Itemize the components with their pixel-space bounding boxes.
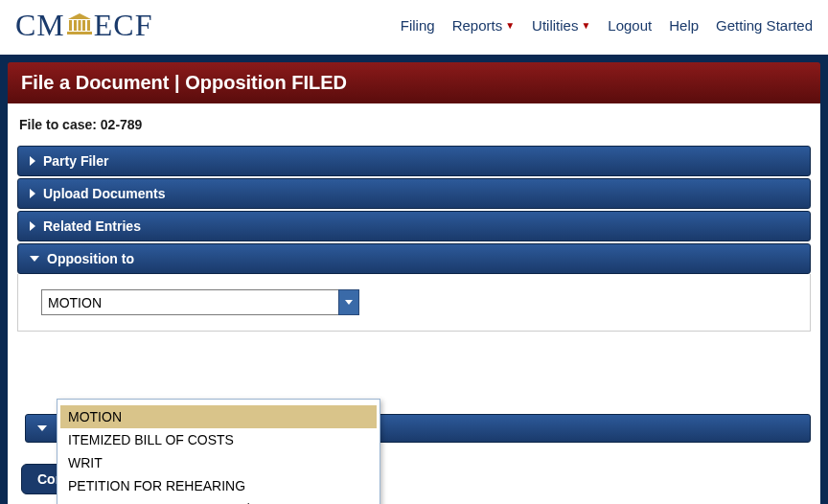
- svg-rect-4: [82, 20, 85, 31]
- accordion: Party Filer Upload Documents Related Ent…: [17, 146, 811, 332]
- case-line: File to case: 02-789: [19, 117, 811, 132]
- opposition-dropdown: MOTION ITEMIZED BILL OF COSTS WRIT PETIT…: [57, 399, 380, 504]
- case-label: File to case:: [19, 117, 101, 132]
- caret-down-icon: ▼: [581, 20, 590, 31]
- chevron-down-icon: [37, 425, 47, 431]
- dropdown-option-petition-enbanc[interactable]: PETITION FOR REHEARING/REHEARING EN BANC: [60, 497, 377, 504]
- svg-rect-6: [67, 32, 92, 34]
- nav-logout[interactable]: Logout: [608, 17, 652, 34]
- svg-rect-3: [78, 20, 80, 31]
- logo-text-right: ECF: [94, 8, 153, 43]
- svg-rect-1: [69, 20, 72, 31]
- nav-reports[interactable]: Reports▼: [452, 17, 515, 34]
- content-area: File to case: 02-789 Party Filer Upload …: [8, 103, 820, 504]
- accordion-label: Upload Documents: [43, 186, 166, 201]
- page-banner: File a Document | Opposition FILED: [8, 62, 820, 103]
- chevron-right-icon: [30, 156, 35, 166]
- svg-rect-2: [74, 20, 77, 31]
- accordion-related-entries[interactable]: Related Entries: [17, 211, 811, 241]
- accordion-label: Related Entries: [43, 218, 141, 234]
- opposition-select-input[interactable]: [41, 289, 359, 315]
- accordion-label: Party Filer: [43, 153, 108, 169]
- dropdown-option-petition-rehearing[interactable]: PETITION FOR REHEARING: [60, 474, 377, 497]
- nav-utilities[interactable]: Utilities▼: [532, 17, 590, 34]
- accordion-opposition-to[interactable]: Opposition to: [17, 243, 811, 274]
- courthouse-icon: [67, 8, 92, 43]
- nav-help[interactable]: Help: [669, 17, 699, 34]
- caret-down-icon: [345, 300, 353, 305]
- opposition-panel: [17, 274, 811, 332]
- svg-rect-5: [87, 20, 90, 31]
- chevron-right-icon: [30, 189, 35, 198]
- dropdown-option-writ[interactable]: WRIT: [60, 451, 377, 474]
- accordion-label: Opposition to: [47, 251, 134, 266]
- chevron-right-icon: [30, 221, 35, 231]
- dropdown-option-itemized[interactable]: ITEMIZED BILL OF COSTS: [60, 428, 377, 451]
- opposition-select-toggle[interactable]: [338, 289, 359, 315]
- accordion-upload-documents[interactable]: Upload Documents: [17, 178, 811, 209]
- nav-filing[interactable]: Filing: [401, 17, 435, 34]
- logo-text-left: CM: [15, 8, 65, 43]
- opposition-select[interactable]: [41, 289, 359, 315]
- case-number: 02-789: [101, 117, 143, 132]
- chevron-down-icon: [30, 256, 39, 262]
- main-frame: File a Document | Opposition FILED File …: [0, 55, 828, 504]
- top-nav: CM ECF Filing Reports▼ Utilities▼ Logout…: [0, 0, 828, 55]
- svg-marker-0: [68, 13, 91, 19]
- dropdown-option-motion[interactable]: MOTION: [60, 405, 377, 428]
- app-logo: CM ECF: [15, 8, 152, 43]
- caret-down-icon: ▼: [505, 20, 515, 31]
- accordion-party-filer[interactable]: Party Filer: [17, 146, 811, 176]
- nav-links: Filing Reports▼ Utilities▼ Logout Help G…: [401, 17, 813, 34]
- nav-getting-started[interactable]: Getting Started: [716, 17, 813, 34]
